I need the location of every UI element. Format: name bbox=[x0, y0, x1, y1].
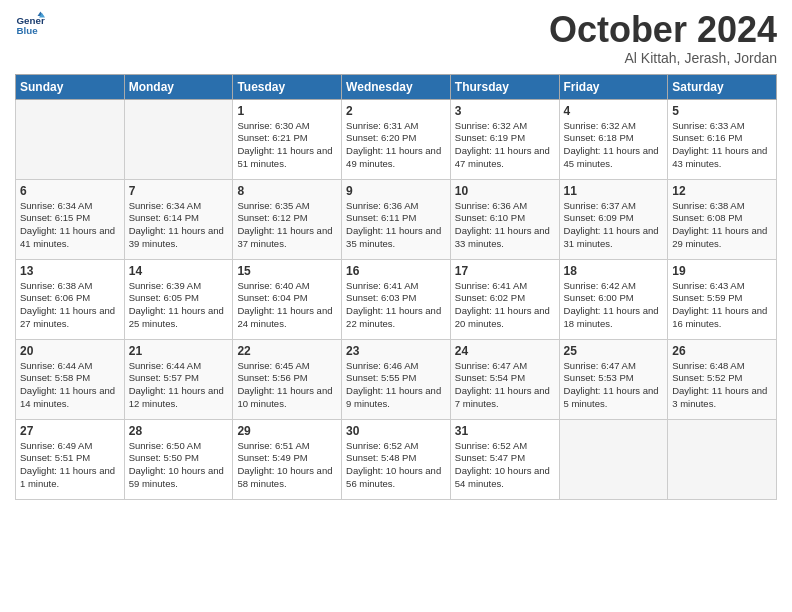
day-number: 16 bbox=[346, 264, 446, 278]
calendar-cell bbox=[668, 419, 777, 499]
day-number: 25 bbox=[564, 344, 664, 358]
logo-icon: General Blue bbox=[15, 10, 45, 40]
cell-info: Sunrise: 6:36 AMSunset: 6:10 PMDaylight:… bbox=[455, 200, 555, 251]
cell-info: Sunrise: 6:41 AMSunset: 6:03 PMDaylight:… bbox=[346, 280, 446, 331]
day-number: 4 bbox=[564, 104, 664, 118]
cell-info: Sunrise: 6:51 AMSunset: 5:49 PMDaylight:… bbox=[237, 440, 337, 491]
cell-info: Sunrise: 6:52 AMSunset: 5:47 PMDaylight:… bbox=[455, 440, 555, 491]
header: General Blue October 2024 Al Kittah, Jer… bbox=[15, 10, 777, 66]
calendar-cell: 7Sunrise: 6:34 AMSunset: 6:14 PMDaylight… bbox=[124, 179, 233, 259]
calendar-cell: 10Sunrise: 6:36 AMSunset: 6:10 PMDayligh… bbox=[450, 179, 559, 259]
calendar-cell: 1Sunrise: 6:30 AMSunset: 6:21 PMDaylight… bbox=[233, 99, 342, 179]
day-number: 19 bbox=[672, 264, 772, 278]
cell-info: Sunrise: 6:34 AMSunset: 6:14 PMDaylight:… bbox=[129, 200, 229, 251]
cell-info: Sunrise: 6:47 AMSunset: 5:54 PMDaylight:… bbox=[455, 360, 555, 411]
calendar-cell bbox=[559, 419, 668, 499]
calendar-week-5: 27Sunrise: 6:49 AMSunset: 5:51 PMDayligh… bbox=[16, 419, 777, 499]
calendar-cell: 6Sunrise: 6:34 AMSunset: 6:15 PMDaylight… bbox=[16, 179, 125, 259]
day-number: 7 bbox=[129, 184, 229, 198]
day-number: 26 bbox=[672, 344, 772, 358]
cell-info: Sunrise: 6:35 AMSunset: 6:12 PMDaylight:… bbox=[237, 200, 337, 251]
calendar-cell: 19Sunrise: 6:43 AMSunset: 5:59 PMDayligh… bbox=[668, 259, 777, 339]
day-header-wednesday: Wednesday bbox=[342, 74, 451, 99]
day-number: 21 bbox=[129, 344, 229, 358]
day-number: 23 bbox=[346, 344, 446, 358]
cell-info: Sunrise: 6:44 AMSunset: 5:58 PMDaylight:… bbox=[20, 360, 120, 411]
day-number: 17 bbox=[455, 264, 555, 278]
calendar-cell: 15Sunrise: 6:40 AMSunset: 6:04 PMDayligh… bbox=[233, 259, 342, 339]
cell-info: Sunrise: 6:49 AMSunset: 5:51 PMDaylight:… bbox=[20, 440, 120, 491]
calendar-cell: 25Sunrise: 6:47 AMSunset: 5:53 PMDayligh… bbox=[559, 339, 668, 419]
calendar-cell: 20Sunrise: 6:44 AMSunset: 5:58 PMDayligh… bbox=[16, 339, 125, 419]
calendar-cell: 28Sunrise: 6:50 AMSunset: 5:50 PMDayligh… bbox=[124, 419, 233, 499]
calendar-cell: 23Sunrise: 6:46 AMSunset: 5:55 PMDayligh… bbox=[342, 339, 451, 419]
day-header-tuesday: Tuesday bbox=[233, 74, 342, 99]
calendar-week-1: 1Sunrise: 6:30 AMSunset: 6:21 PMDaylight… bbox=[16, 99, 777, 179]
calendar-cell: 4Sunrise: 6:32 AMSunset: 6:18 PMDaylight… bbox=[559, 99, 668, 179]
day-number: 24 bbox=[455, 344, 555, 358]
calendar-cell bbox=[124, 99, 233, 179]
cell-info: Sunrise: 6:48 AMSunset: 5:52 PMDaylight:… bbox=[672, 360, 772, 411]
calendar-cell: 5Sunrise: 6:33 AMSunset: 6:16 PMDaylight… bbox=[668, 99, 777, 179]
cell-info: Sunrise: 6:50 AMSunset: 5:50 PMDaylight:… bbox=[129, 440, 229, 491]
calendar-cell: 29Sunrise: 6:51 AMSunset: 5:49 PMDayligh… bbox=[233, 419, 342, 499]
calendar-cell: 3Sunrise: 6:32 AMSunset: 6:19 PMDaylight… bbox=[450, 99, 559, 179]
cell-info: Sunrise: 6:46 AMSunset: 5:55 PMDaylight:… bbox=[346, 360, 446, 411]
cell-info: Sunrise: 6:40 AMSunset: 6:04 PMDaylight:… bbox=[237, 280, 337, 331]
cell-info: Sunrise: 6:39 AMSunset: 6:05 PMDaylight:… bbox=[129, 280, 229, 331]
day-number: 18 bbox=[564, 264, 664, 278]
month-title: October 2024 bbox=[549, 10, 777, 50]
calendar-cell: 27Sunrise: 6:49 AMSunset: 5:51 PMDayligh… bbox=[16, 419, 125, 499]
day-number: 22 bbox=[237, 344, 337, 358]
calendar-week-3: 13Sunrise: 6:38 AMSunset: 6:06 PMDayligh… bbox=[16, 259, 777, 339]
day-number: 3 bbox=[455, 104, 555, 118]
cell-info: Sunrise: 6:34 AMSunset: 6:15 PMDaylight:… bbox=[20, 200, 120, 251]
cell-info: Sunrise: 6:37 AMSunset: 6:09 PMDaylight:… bbox=[564, 200, 664, 251]
calendar-table: SundayMondayTuesdayWednesdayThursdayFrid… bbox=[15, 74, 777, 500]
day-number: 29 bbox=[237, 424, 337, 438]
day-header-thursday: Thursday bbox=[450, 74, 559, 99]
day-number: 6 bbox=[20, 184, 120, 198]
cell-info: Sunrise: 6:45 AMSunset: 5:56 PMDaylight:… bbox=[237, 360, 337, 411]
day-number: 30 bbox=[346, 424, 446, 438]
calendar-cell: 22Sunrise: 6:45 AMSunset: 5:56 PMDayligh… bbox=[233, 339, 342, 419]
calendar-cell: 2Sunrise: 6:31 AMSunset: 6:20 PMDaylight… bbox=[342, 99, 451, 179]
cell-info: Sunrise: 6:36 AMSunset: 6:11 PMDaylight:… bbox=[346, 200, 446, 251]
cell-info: Sunrise: 6:32 AMSunset: 6:19 PMDaylight:… bbox=[455, 120, 555, 171]
cell-info: Sunrise: 6:42 AMSunset: 6:00 PMDaylight:… bbox=[564, 280, 664, 331]
cell-info: Sunrise: 6:44 AMSunset: 5:57 PMDaylight:… bbox=[129, 360, 229, 411]
day-number: 27 bbox=[20, 424, 120, 438]
day-number: 8 bbox=[237, 184, 337, 198]
day-number: 1 bbox=[237, 104, 337, 118]
day-number: 5 bbox=[672, 104, 772, 118]
day-number: 31 bbox=[455, 424, 555, 438]
location: Al Kittah, Jerash, Jordan bbox=[549, 50, 777, 66]
cell-info: Sunrise: 6:52 AMSunset: 5:48 PMDaylight:… bbox=[346, 440, 446, 491]
calendar-cell: 14Sunrise: 6:39 AMSunset: 6:05 PMDayligh… bbox=[124, 259, 233, 339]
calendar-cell: 16Sunrise: 6:41 AMSunset: 6:03 PMDayligh… bbox=[342, 259, 451, 339]
title-area: October 2024 Al Kittah, Jerash, Jordan bbox=[549, 10, 777, 66]
day-number: 10 bbox=[455, 184, 555, 198]
day-number: 11 bbox=[564, 184, 664, 198]
calendar-week-2: 6Sunrise: 6:34 AMSunset: 6:15 PMDaylight… bbox=[16, 179, 777, 259]
day-header-sunday: Sunday bbox=[16, 74, 125, 99]
day-header-monday: Monday bbox=[124, 74, 233, 99]
cell-info: Sunrise: 6:30 AMSunset: 6:21 PMDaylight:… bbox=[237, 120, 337, 171]
calendar-cell: 17Sunrise: 6:41 AMSunset: 6:02 PMDayligh… bbox=[450, 259, 559, 339]
calendar-cell: 9Sunrise: 6:36 AMSunset: 6:11 PMDaylight… bbox=[342, 179, 451, 259]
day-number: 20 bbox=[20, 344, 120, 358]
svg-text:Blue: Blue bbox=[17, 25, 39, 36]
calendar-cell: 13Sunrise: 6:38 AMSunset: 6:06 PMDayligh… bbox=[16, 259, 125, 339]
calendar-cell: 18Sunrise: 6:42 AMSunset: 6:00 PMDayligh… bbox=[559, 259, 668, 339]
calendar-week-4: 20Sunrise: 6:44 AMSunset: 5:58 PMDayligh… bbox=[16, 339, 777, 419]
day-number: 13 bbox=[20, 264, 120, 278]
day-number: 9 bbox=[346, 184, 446, 198]
calendar-cell: 26Sunrise: 6:48 AMSunset: 5:52 PMDayligh… bbox=[668, 339, 777, 419]
cell-info: Sunrise: 6:47 AMSunset: 5:53 PMDaylight:… bbox=[564, 360, 664, 411]
day-number: 28 bbox=[129, 424, 229, 438]
day-number: 2 bbox=[346, 104, 446, 118]
calendar-cell: 8Sunrise: 6:35 AMSunset: 6:12 PMDaylight… bbox=[233, 179, 342, 259]
calendar-cell: 30Sunrise: 6:52 AMSunset: 5:48 PMDayligh… bbox=[342, 419, 451, 499]
header-row: SundayMondayTuesdayWednesdayThursdayFrid… bbox=[16, 74, 777, 99]
day-header-friday: Friday bbox=[559, 74, 668, 99]
